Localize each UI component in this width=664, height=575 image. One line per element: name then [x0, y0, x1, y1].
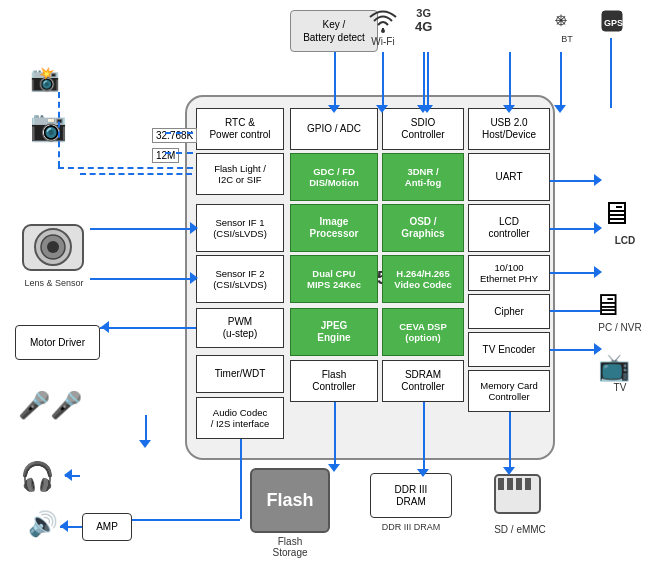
svg-rect-10 [516, 478, 522, 490]
audiocodec-box: Audio Codec/ I2S interface [196, 397, 284, 439]
lcd-arrow-head [594, 222, 602, 234]
4g-arrow [427, 52, 429, 108]
bt-label: BT [552, 34, 582, 44]
sd-label: SD / eMMC [485, 524, 555, 535]
lens-arrow1 [90, 228, 196, 230]
sensorif2-box: Sensor IF 2(CSI/sLVDS) [196, 255, 284, 303]
lcd-device-icon: 🖥 [600, 195, 632, 232]
block-diagram: NT98510 RTC &Power control GPIO / ADC SD… [0, 0, 664, 575]
motor-driver-box: Motor Driver [15, 325, 100, 360]
4g-icon: 3G 4G [415, 8, 432, 35]
osd-box: OSD /Graphics [382, 204, 464, 252]
gps-icon: GPS [597, 8, 627, 40]
lens-arrow1-head [190, 222, 198, 234]
bt-icon: ⎈ [555, 8, 567, 31]
sdramctrl-box: SDRAMController [382, 360, 464, 402]
eth-arrow-head [594, 266, 602, 278]
microphone-icon: 🎤 [18, 390, 50, 421]
lcd-arrow [550, 228, 600, 230]
ddr-box: DDR IIIDRAM [370, 473, 452, 518]
tv-arrow-head [594, 343, 602, 355]
mic-arrow [145, 415, 147, 443]
ethphy-box: 10/100Ethernet PHY [468, 255, 550, 291]
pc-icon: 🖥 [593, 288, 623, 322]
mic-arrow-head [139, 440, 151, 448]
sdram-arrow-head [417, 469, 429, 477]
pwm-arrow-head [101, 321, 109, 333]
eth-arrow [550, 272, 598, 274]
lens-sensor-label: Lens & Sensor [14, 278, 94, 288]
tvenc-box: TV Encoder [468, 332, 550, 367]
3dnr-box: 3DNR /Anti-fog [382, 153, 464, 201]
usb-arrow-head [503, 105, 515, 113]
cipher-box: Cipher [468, 294, 550, 329]
crystal-12m: 12M [152, 148, 179, 163]
flash-dashed-h [58, 167, 193, 169]
flashctrl-box: FlashController [290, 360, 378, 402]
microphone2-icon: 🎤 [50, 390, 82, 421]
wifi-arrow [382, 52, 384, 108]
h264-box: H.264/H.265Video Codec [382, 255, 464, 303]
tv-arrow [550, 349, 600, 351]
svg-rect-11 [525, 478, 531, 490]
wifi-arrow-head [376, 105, 388, 113]
uart-arrow-head [594, 174, 602, 186]
codec-amp-arrow2 [132, 519, 240, 521]
pwm-arrow [100, 327, 196, 329]
svg-rect-8 [498, 478, 504, 490]
crystal-arrow1 [165, 132, 193, 134]
camera-flash-icon: 📸 [30, 65, 60, 93]
usb-box: USB 2.0Host/Device [468, 108, 550, 150]
dualcpu-box: Dual CPUMIPS 24Kec [290, 255, 378, 303]
sd-card-icon [490, 470, 550, 522]
flashlight-box: Flash Light /I2C or SIF [196, 153, 284, 195]
imgproc-box: ImageProcessor [290, 204, 378, 252]
lcd-device-label: LCD [605, 235, 645, 246]
flash-storage-label: FlashStorage [246, 536, 334, 558]
flash-arrow-head [328, 464, 340, 472]
lens-arrow2-head [190, 272, 198, 284]
gdc-box: GDC / FDDIS/Motion [290, 153, 378, 201]
key-arrow-down [334, 52, 336, 108]
flash-arrow [334, 402, 336, 468]
gps-arrow [610, 38, 612, 108]
bt-arrow [560, 52, 562, 108]
memcard-arrow-head [503, 467, 515, 475]
lens-sensor-icon [18, 215, 88, 277]
ddr-label: DDR III DRAM [370, 522, 452, 532]
jpeg-box: JPEGEngine [290, 308, 378, 356]
svg-rect-9 [507, 478, 513, 490]
lens-arrow2 [90, 278, 196, 280]
headphone-arrow-head [64, 469, 72, 481]
svg-point-6 [47, 241, 59, 253]
flash-dashed-v [58, 92, 60, 167]
memcard-arrow [509, 412, 511, 470]
camera-arrow [80, 173, 192, 175]
flash-camera-icon: 📷 [30, 108, 67, 143]
sensorif1-box: Sensor IF 1(CSI/sLVDS) [196, 204, 284, 252]
memcard-box: Memory CardController [468, 370, 550, 412]
tv-icon: 📺 [598, 352, 630, 383]
codec-amp-arrow [240, 439, 242, 519]
svg-text:GPS: GPS [604, 18, 623, 28]
crystal-32k: 32.768K [152, 128, 197, 143]
tv-label: TV [605, 382, 635, 393]
uart-box: UART [468, 153, 550, 201]
sdio-box: SDIOController [382, 108, 464, 150]
wifi-label: Wi-Fi [363, 36, 403, 47]
rtc-box: RTC &Power control [196, 108, 284, 150]
ceva-box: CEVA DSP(option) [382, 308, 464, 356]
amp-box: AMP [82, 513, 132, 541]
lcd-ctrl-box: LCDcontroller [468, 204, 550, 252]
sdram-arrow [423, 402, 425, 473]
sdio-arrow [423, 52, 425, 108]
svg-point-0 [381, 29, 385, 33]
key-arrow-head [328, 105, 340, 113]
usb-arrow [509, 52, 511, 108]
pc-label: PC / NVR [590, 322, 650, 333]
sdio-arrow-head [417, 105, 429, 113]
gpio-box: GPIO / ADC [290, 108, 378, 150]
headphone-icon: 🎧 [20, 460, 55, 493]
pwm-box: PWM(u-step) [196, 308, 284, 348]
uart-arrow [550, 180, 600, 182]
